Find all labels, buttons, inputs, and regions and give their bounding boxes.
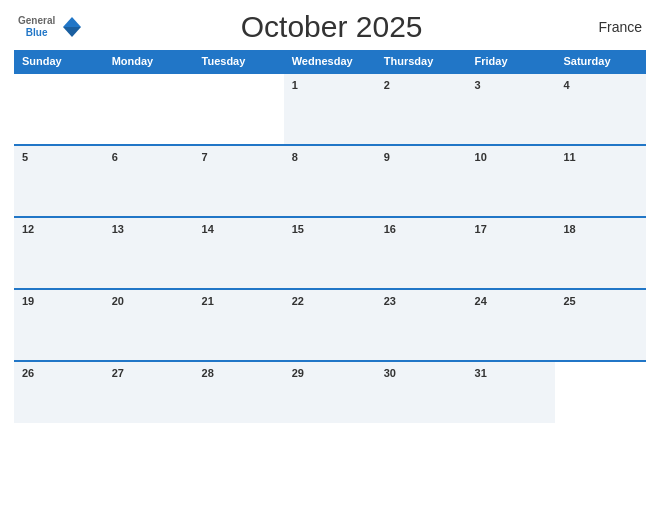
calendar-header: General Blue October 2025 France bbox=[0, 0, 660, 50]
logo: General Blue bbox=[18, 15, 81, 39]
calendar-cell-0-5: 3 bbox=[467, 73, 556, 145]
week-row-4: 262728293031 bbox=[14, 361, 646, 423]
calendar-table: Sunday Monday Tuesday Wednesday Thursday… bbox=[14, 50, 646, 423]
date-23: 23 bbox=[384, 295, 396, 307]
date-8: 8 bbox=[292, 151, 298, 163]
date-5: 5 bbox=[22, 151, 28, 163]
header-sunday: Sunday bbox=[14, 50, 104, 73]
logo-icon bbox=[63, 17, 81, 37]
calendar-cell-4-3: 29 bbox=[284, 361, 376, 423]
svg-marker-0 bbox=[63, 17, 81, 27]
week-row-0: 1234 bbox=[14, 73, 646, 145]
date-16: 16 bbox=[384, 223, 396, 235]
date-4: 4 bbox=[563, 79, 569, 91]
date-14: 14 bbox=[202, 223, 214, 235]
header-friday: Friday bbox=[467, 50, 556, 73]
date-11: 11 bbox=[563, 151, 575, 163]
header-wednesday: Wednesday bbox=[284, 50, 376, 73]
date-31: 31 bbox=[475, 367, 487, 379]
calendar-cell-0-4: 2 bbox=[376, 73, 467, 145]
header-tuesday: Tuesday bbox=[194, 50, 284, 73]
calendar-cell-1-5: 10 bbox=[467, 145, 556, 217]
calendar-wrapper: Sunday Monday Tuesday Wednesday Thursday… bbox=[0, 50, 660, 433]
week-row-2: 12131415161718 bbox=[14, 217, 646, 289]
date-10: 10 bbox=[475, 151, 487, 163]
date-17: 17 bbox=[475, 223, 487, 235]
calendar-cell-0-1 bbox=[104, 73, 194, 145]
date-7: 7 bbox=[202, 151, 208, 163]
date-20: 20 bbox=[112, 295, 124, 307]
date-25: 25 bbox=[563, 295, 575, 307]
calendar-cell-1-6: 11 bbox=[555, 145, 646, 217]
calendar-cell-1-4: 9 bbox=[376, 145, 467, 217]
date-3: 3 bbox=[475, 79, 481, 91]
calendar-cell-4-4: 30 bbox=[376, 361, 467, 423]
date-30: 30 bbox=[384, 367, 396, 379]
date-9: 9 bbox=[384, 151, 390, 163]
calendar-cell-2-5: 17 bbox=[467, 217, 556, 289]
calendar-cell-4-0: 26 bbox=[14, 361, 104, 423]
date-21: 21 bbox=[202, 295, 214, 307]
date-18: 18 bbox=[563, 223, 575, 235]
week-row-3: 19202122232425 bbox=[14, 289, 646, 361]
date-1: 1 bbox=[292, 79, 298, 91]
country-label: France bbox=[582, 19, 642, 35]
date-2: 2 bbox=[384, 79, 390, 91]
week-row-1: 567891011 bbox=[14, 145, 646, 217]
date-24: 24 bbox=[475, 295, 487, 307]
day-header-row: Sunday Monday Tuesday Wednesday Thursday… bbox=[14, 50, 646, 73]
date-19: 19 bbox=[22, 295, 34, 307]
calendar-cell-4-5: 31 bbox=[467, 361, 556, 423]
calendar-cell-1-2: 7 bbox=[194, 145, 284, 217]
date-15: 15 bbox=[292, 223, 304, 235]
calendar-cell-1-0: 5 bbox=[14, 145, 104, 217]
calendar-cell-2-3: 15 bbox=[284, 217, 376, 289]
calendar-cell-2-4: 16 bbox=[376, 217, 467, 289]
calendar-cell-1-3: 8 bbox=[284, 145, 376, 217]
calendar-cell-2-0: 12 bbox=[14, 217, 104, 289]
date-13: 13 bbox=[112, 223, 124, 235]
calendar-cell-3-4: 23 bbox=[376, 289, 467, 361]
date-22: 22 bbox=[292, 295, 304, 307]
calendar-cell-0-6: 4 bbox=[555, 73, 646, 145]
header-monday: Monday bbox=[104, 50, 194, 73]
date-12: 12 bbox=[22, 223, 34, 235]
calendar-title: October 2025 bbox=[81, 10, 582, 44]
date-29: 29 bbox=[292, 367, 304, 379]
calendar-cell-0-3: 1 bbox=[284, 73, 376, 145]
calendar-cell-2-6: 18 bbox=[555, 217, 646, 289]
date-6: 6 bbox=[112, 151, 118, 163]
calendar-cell-3-1: 20 bbox=[104, 289, 194, 361]
calendar-cell-0-2 bbox=[194, 73, 284, 145]
calendar-cell-3-3: 22 bbox=[284, 289, 376, 361]
svg-marker-1 bbox=[63, 27, 81, 37]
calendar-cell-4-1: 27 bbox=[104, 361, 194, 423]
calendar-cell-3-0: 19 bbox=[14, 289, 104, 361]
calendar-page: General Blue October 2025 France Sunday … bbox=[0, 0, 660, 510]
calendar-cell-2-1: 13 bbox=[104, 217, 194, 289]
logo-general: General bbox=[18, 15, 55, 27]
calendar-cell-4-6 bbox=[555, 361, 646, 423]
date-28: 28 bbox=[202, 367, 214, 379]
calendar-cell-0-0 bbox=[14, 73, 104, 145]
header-saturday: Saturday bbox=[555, 50, 646, 73]
calendar-cell-3-6: 25 bbox=[555, 289, 646, 361]
calendar-cell-1-1: 6 bbox=[104, 145, 194, 217]
date-26: 26 bbox=[22, 367, 34, 379]
calendar-cell-3-2: 21 bbox=[194, 289, 284, 361]
date-27: 27 bbox=[112, 367, 124, 379]
calendar-cell-3-5: 24 bbox=[467, 289, 556, 361]
calendar-cell-2-2: 14 bbox=[194, 217, 284, 289]
header-thursday: Thursday bbox=[376, 50, 467, 73]
calendar-cell-4-2: 28 bbox=[194, 361, 284, 423]
logo-blue: Blue bbox=[26, 27, 48, 39]
